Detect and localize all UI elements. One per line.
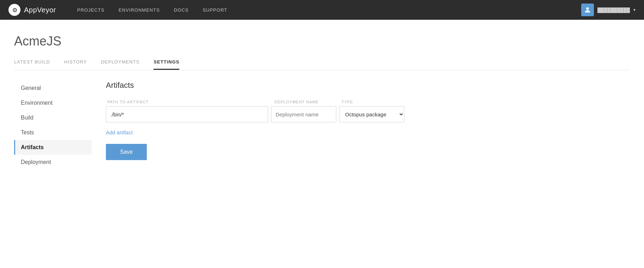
subnav: LATEST BUILD HISTORY DEPLOYMENTS SETTING… <box>14 59 630 70</box>
sidebar: General Environment Build Tests Artifact… <box>14 81 92 170</box>
header-deployment-name: DEPLOYMENT NAME <box>272 100 339 104</box>
artifact-deployment-name-input[interactable] <box>271 106 336 122</box>
user-menu-chevron[interactable]: ▾ <box>633 7 636 12</box>
nav-environments[interactable]: ENVIRONMENTS <box>119 7 160 13</box>
project-title: AcmeJS <box>14 34 630 49</box>
add-artifact-link[interactable]: Add artifact <box>106 129 133 135</box>
header-type: TYPE <box>339 100 402 104</box>
svg-point-0 <box>586 7 589 10</box>
sidebar-item-environment[interactable]: Environment <box>14 96 92 110</box>
main-layout: General Environment Build Tests Artifact… <box>14 81 630 170</box>
logo-icon: ⊙ <box>8 4 20 16</box>
sidebar-label-environment: Environment <box>21 100 53 106</box>
logo[interactable]: ⊙ AppVeyor <box>8 4 56 16</box>
avatar <box>581 4 594 16</box>
settings-content: Artifacts PATH TO ARTIFACT DEPLOYMENT NA… <box>92 81 630 170</box>
topnav: ⊙ AppVeyor PROJECTS ENVIRONMENTS DOCS SU… <box>0 0 644 20</box>
artifacts-table: PATH TO ARTIFACT DEPLOYMENT NAME TYPE Au… <box>106 100 616 122</box>
table-row: Auto WebDeployPackage NuGetPackage Azure… <box>106 106 616 122</box>
sidebar-label-general: General <box>21 85 41 91</box>
topnav-right: ██████████ ▾ <box>581 4 636 16</box>
tab-latest-build[interactable]: LATEST BUILD <box>14 59 50 70</box>
sidebar-label-artifacts: Artifacts <box>21 144 44 151</box>
tab-history[interactable]: HISTORY <box>64 59 87 70</box>
nav-support[interactable]: SUPPORT <box>203 7 227 13</box>
artifact-type-select[interactable]: Auto WebDeployPackage NuGetPackage Azure… <box>339 106 404 122</box>
sidebar-label-build: Build <box>21 115 34 121</box>
sidebar-label-tests: Tests <box>21 129 34 136</box>
header-path: PATH TO ARTIFACT <box>106 100 272 104</box>
user-name: ██████████ <box>597 7 630 13</box>
artifact-path-input[interactable] <box>106 106 268 122</box>
nav-projects[interactable]: PROJECTS <box>77 7 104 13</box>
sidebar-item-build[interactable]: Build <box>14 110 92 125</box>
save-button[interactable]: Save <box>106 144 147 160</box>
topnav-links: PROJECTS ENVIRONMENTS DOCS SUPPORT <box>77 7 581 13</box>
table-header: PATH TO ARTIFACT DEPLOYMENT NAME TYPE <box>106 100 616 104</box>
sidebar-item-tests[interactable]: Tests <box>14 125 92 140</box>
sidebar-item-deployment[interactable]: Deployment <box>14 155 92 170</box>
tab-deployments[interactable]: DEPLOYMENTS <box>101 59 139 70</box>
sidebar-label-deployment: Deployment <box>21 159 51 165</box>
section-title: Artifacts <box>106 81 616 90</box>
logo-text: AppVeyor <box>24 6 56 14</box>
tab-settings[interactable]: SETTINGS <box>154 59 179 70</box>
sidebar-item-general[interactable]: General <box>14 81 92 96</box>
nav-docs[interactable]: DOCS <box>174 7 189 13</box>
sidebar-item-artifacts[interactable]: Artifacts <box>14 140 92 155</box>
page-content: AcmeJS LATEST BUILD HISTORY DEPLOYMENTS … <box>0 20 644 184</box>
